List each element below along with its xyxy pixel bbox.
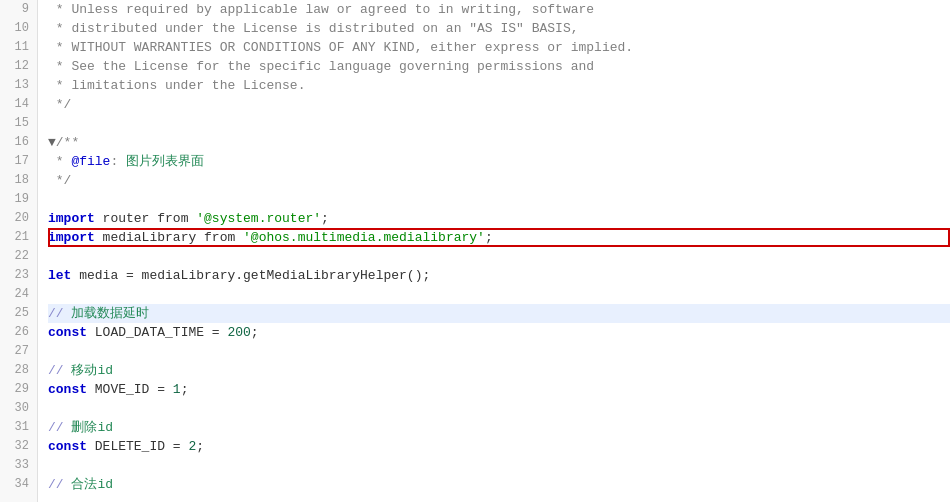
ln-34: 34: [8, 475, 29, 494]
code-editor: 9 10 11 12 13 14 15 16 17 18 19 20 21 22…: [0, 0, 950, 502]
code-line-15: [48, 114, 950, 133]
ln-31: 31: [8, 418, 29, 437]
ln-29: 29: [8, 380, 29, 399]
code-line-25: // 加载数据延时: [48, 304, 950, 323]
ln-14: 14: [8, 95, 29, 114]
code-line-20: import router from '@system.router';: [48, 209, 950, 228]
ln-15: 15: [8, 114, 29, 133]
ln-28: 28: [8, 361, 29, 380]
ln-22: 22: [8, 247, 29, 266]
code-line-27: [48, 342, 950, 361]
ln-20: 20: [8, 209, 29, 228]
ln-19: 19: [8, 190, 29, 209]
ln-9: 9: [8, 0, 29, 19]
ln-21: 21: [8, 228, 29, 247]
code-line-10: * distributed under the License is distr…: [48, 19, 950, 38]
code-line-11: * WITHOUT WARRANTIES OR CONDITIONS OF AN…: [48, 38, 950, 57]
code-line-31: // 删除id: [48, 418, 950, 437]
code-line-17: * @file: 图片列表界面: [48, 152, 950, 171]
ln-32: 32: [8, 437, 29, 456]
code-line-21[interactable]: import mediaLibrary from '@ohos.multimed…: [48, 228, 950, 247]
ln-11: 11: [8, 38, 29, 57]
code-line-26: const LOAD_DATA_TIME = 200;: [48, 323, 950, 342]
ln-16: 16: [8, 133, 29, 152]
ln-30: 30: [8, 399, 29, 418]
code-content: * Unless required by applicable law or a…: [38, 0, 950, 502]
code-line-22: [48, 247, 950, 266]
code-line-29: const MOVE_ID = 1;: [48, 380, 950, 399]
ln-25: 25: [8, 304, 29, 323]
code-line-19: [48, 190, 950, 209]
code-line-16: ▼/**: [48, 133, 950, 152]
code-line-12: * See the License for the specific langu…: [48, 57, 950, 76]
ln-10: 10: [8, 19, 29, 38]
line-numbers: 9 10 11 12 13 14 15 16 17 18 19 20 21 22…: [0, 0, 38, 502]
code-line-32: const DELETE_ID = 2;: [48, 437, 950, 456]
code-line-14: */: [48, 95, 950, 114]
code-line-34: // 合法id: [48, 475, 950, 494]
code-line-23: let media = mediaLibrary.getMediaLibrary…: [48, 266, 950, 285]
code-line-9: * Unless required by applicable law or a…: [48, 0, 950, 19]
ln-12: 12: [8, 57, 29, 76]
ln-17: 17: [8, 152, 29, 171]
code-line-24: [48, 285, 950, 304]
code-line-18: */: [48, 171, 950, 190]
code-line-28: // 移动id: [48, 361, 950, 380]
ln-33: 33: [8, 456, 29, 475]
ln-24: 24: [8, 285, 29, 304]
ln-13: 13: [8, 76, 29, 95]
code-line-30: [48, 399, 950, 418]
ln-18: 18: [8, 171, 29, 190]
code-line-33: [48, 456, 950, 475]
ln-26: 26: [8, 323, 29, 342]
ln-23: 23: [8, 266, 29, 285]
code-line-13: * limitations under the License.: [48, 76, 950, 95]
ln-27: 27: [8, 342, 29, 361]
